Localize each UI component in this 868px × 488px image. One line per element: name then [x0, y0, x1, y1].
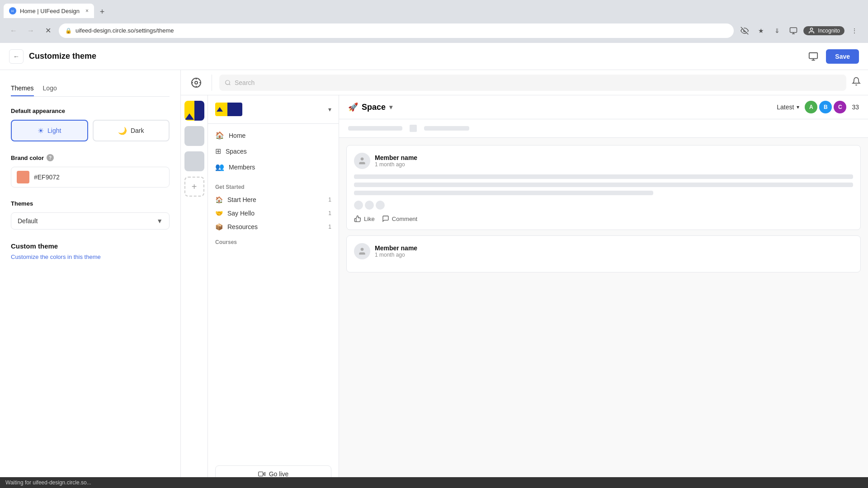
main-content: Themes Logo Default appearance ☀ Light 🌙… [0, 70, 868, 488]
start-here-icon: 🏠 [215, 196, 223, 203]
comment-label: Comment [392, 216, 417, 222]
sidebar-logo [184, 101, 204, 121]
resources-count: 1 [328, 224, 331, 230]
reaction-dot-1 [354, 201, 363, 210]
customize-colors-link[interactable]: Customize the colors in this theme [11, 253, 101, 260]
skeleton-header-bar [339, 119, 868, 138]
nav-spaces-label: Spaces [226, 148, 247, 155]
home-icon: 🏠 [215, 131, 224, 140]
post-author-info-2: Member name 1 month ago [375, 244, 417, 258]
tab-close-btn[interactable]: × [85, 8, 89, 14]
post-card-1: Member name 1 month ago [346, 145, 861, 230]
light-label: Light [47, 127, 61, 134]
content-actions: Latest ▾ A B C 33 [777, 101, 859, 113]
reaction-dot-3 [376, 201, 385, 210]
appearance-label: Default appearance [11, 108, 170, 114]
resources-label: Resources [227, 223, 258, 230]
lock-icon: 🔒 [65, 28, 72, 34]
comment-button[interactable]: Comment [382, 215, 417, 222]
forward-button[interactable]: → [24, 24, 37, 37]
nav-items: 🏠 Home ⊞ Spaces 👥 Members [208, 124, 339, 178]
post-author-row-2: Member name 1 month ago [354, 243, 853, 259]
member-count-badge: 33 [852, 103, 859, 111]
nav-item-home[interactable]: 🏠 Home [208, 127, 339, 143]
browser-tab-active[interactable]: H Home | UIFeed Design × [4, 4, 94, 18]
status-bar: Waiting for uifeed-design.circle.so... [0, 477, 868, 488]
preview-divider [212, 75, 212, 91]
svg-point-11 [195, 81, 198, 84]
incognito-label: Incognito [818, 28, 840, 34]
themes-dropdown[interactable]: Default ▼ [11, 212, 170, 230]
star-icon[interactable]: ★ [755, 24, 767, 37]
post-time-1: 1 month ago [375, 161, 417, 168]
post-author-name-2: Member name [375, 244, 417, 252]
appearance-row: ☀ Light 🌙 Dark [11, 120, 170, 141]
info-icon[interactable]: ? [47, 154, 54, 161]
like-button[interactable]: Like [354, 215, 375, 222]
nav-item-spaces[interactable]: ⊞ Spaces [208, 143, 339, 159]
courses-section: Courses [208, 234, 339, 248]
sun-icon: ☀ [38, 127, 44, 135]
save-button[interactable]: Save [826, 49, 859, 64]
sidebar-add-button[interactable]: + [184, 177, 204, 197]
address-text: uifeed-design.circle.so/settings/theme [75, 27, 174, 34]
themes-selected: Default [18, 217, 38, 225]
menu-icon[interactable]: ⋮ [848, 24, 861, 37]
tab-logo[interactable]: Logo [43, 81, 57, 96]
chevron-down-icon: ▼ [156, 217, 163, 225]
post-author-name-1: Member name [375, 154, 417, 161]
color-swatch[interactable] [17, 171, 29, 183]
moon-icon: 🌙 [118, 127, 127, 135]
brand-color-section: Brand color ? #EF9072 [11, 154, 170, 188]
start-here-count: 1 [328, 197, 331, 203]
custom-theme-section: Custom theme Customize the colors in thi… [11, 242, 170, 261]
light-mode-button[interactable]: ☀ Light [11, 120, 88, 141]
svg-line-17 [229, 84, 231, 85]
address-bar[interactable]: 🔒 uifeed-design.circle.so/settings/theme [59, 23, 734, 38]
color-input-row[interactable]: #EF9072 [11, 167, 170, 188]
custom-theme-title: Custom theme [11, 242, 170, 250]
latest-dropdown[interactable]: Latest ▾ [777, 103, 799, 111]
back-button[interactable]: ← [7, 24, 20, 37]
avatar-a: A [805, 101, 817, 113]
dark-label: Dark [131, 127, 144, 134]
posts-list: Member name 1 month ago [339, 138, 868, 280]
svg-point-6 [811, 28, 813, 30]
back-button[interactable]: ← [9, 49, 24, 64]
sidebar-icon-2[interactable] [184, 151, 204, 171]
reload-button[interactable]: ✕ [42, 24, 54, 37]
tab-themes[interactable]: Themes [11, 81, 34, 96]
preview-search-input[interactable]: Search [219, 75, 846, 91]
preview-home-icon [188, 75, 204, 91]
page-title: Customize theme [29, 52, 801, 61]
nav-start-here[interactable]: 🏠 Start Here 1 [208, 193, 339, 206]
go-live-label: Go live [269, 470, 289, 478]
themes-section: Themes Default ▼ [11, 200, 170, 230]
preview-area: Search [181, 70, 868, 488]
eye-off-icon[interactable] [738, 24, 751, 37]
notification-icon[interactable] [852, 77, 861, 88]
download-icon[interactable]: ⇓ [771, 24, 783, 37]
rocket-icon: 🚀 [348, 102, 358, 112]
members-icon: 👥 [215, 163, 224, 171]
avatar-b: B [819, 101, 832, 113]
nav-resources[interactable]: 📦 Resources 1 [208, 220, 339, 234]
post-reactions-1 [354, 201, 853, 210]
svg-marker-18 [263, 473, 265, 476]
nav-chevron-icon: ▾ [328, 106, 331, 113]
dark-mode-button[interactable]: 🌙 Dark [93, 120, 170, 141]
spaces-icon: ⊞ [215, 147, 221, 155]
new-tab-button[interactable]: + [96, 5, 108, 18]
desktop-preview-icon[interactable] [806, 49, 821, 64]
say-hello-icon: 🤝 [215, 210, 223, 217]
post-author-info-1: Member name 1 month ago [375, 154, 417, 168]
say-hello-count: 1 [328, 210, 331, 216]
nav-item-members[interactable]: 👥 Members [208, 159, 339, 175]
nav-say-hello[interactable]: 🤝 Say Hello 1 [208, 206, 339, 220]
desktop-icon[interactable] [787, 24, 800, 37]
sidebar-icon-1[interactable] [184, 126, 204, 146]
brand-color-label: Brand color ? [11, 154, 170, 161]
skeleton-line-1 [354, 174, 853, 179]
svg-text:H: H [11, 9, 14, 13]
app-content: 🚀 Space ▾ Latest ▾ A [339, 95, 868, 488]
